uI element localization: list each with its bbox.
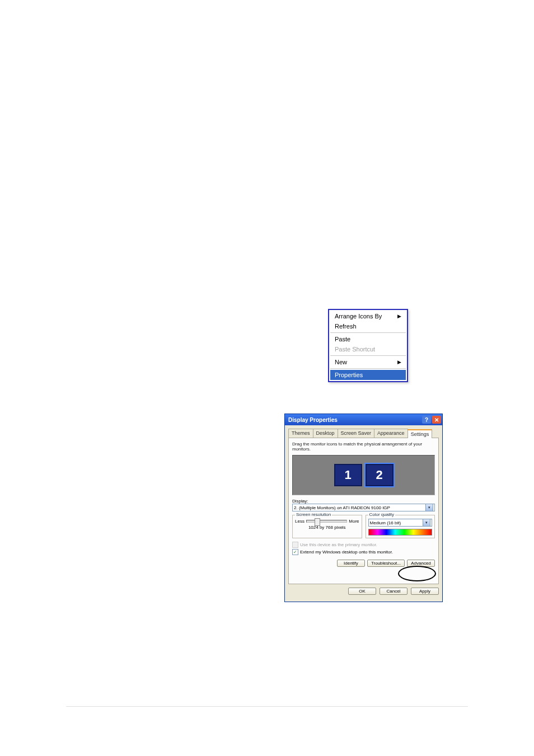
menu-refresh[interactable]: Refresh (330, 321, 406, 331)
submenu-arrow-icon: ▶ (397, 313, 401, 319)
slider-more-label: More (349, 519, 359, 524)
tab-label: Settings (411, 431, 429, 437)
resolution-slider[interactable]: Less More (295, 519, 359, 524)
checkbox-icon (292, 542, 298, 548)
help-icon: ? (425, 417, 428, 423)
chevron-down-icon: ▾ (423, 519, 430, 527)
group-title: Screen resolution (295, 512, 332, 517)
menu-paste-shortcut: Paste Shortcut (330, 344, 406, 354)
ok-button[interactable]: OK (348, 588, 376, 595)
button-label: Troubleshoot... (371, 561, 401, 566)
menu-separator (330, 368, 406, 369)
checkbox-label: Use this device as the primary monitor. (300, 542, 377, 547)
tab-screen-saver[interactable]: Screen Saver (338, 429, 375, 438)
display-properties-dialog: Display Properties ? ✕ Themes Desktop Sc… (284, 414, 443, 602)
menu-item-label: Paste Shortcut (335, 346, 375, 353)
screen-resolution-group: Screen resolution Less More 1024 by 768 … (292, 515, 362, 538)
button-label: Advanced (411, 561, 431, 566)
menu-separator (330, 332, 406, 333)
display-select[interactable]: 2. (Multiple Monitors) on ATI RADEON 910… (292, 504, 435, 511)
annotation-circle (398, 566, 436, 581)
menu-paste[interactable]: Paste (330, 334, 406, 344)
monitor-number: 2 (376, 468, 382, 482)
menu-arrange-icons[interactable]: Arrange Icons By ▶ (330, 311, 406, 321)
tab-themes[interactable]: Themes (288, 429, 313, 438)
menu-item-label: Arrange Icons By (335, 313, 382, 320)
monitor-2[interactable]: 2 (366, 464, 394, 486)
chevron-down-icon: ▾ (425, 504, 433, 511)
submenu-arrow-icon: ▶ (397, 359, 401, 365)
menu-item-label: Refresh (335, 323, 357, 330)
menu-new[interactable]: New ▶ (330, 357, 406, 367)
checkbox-icon[interactable]: ✓ (292, 549, 298, 555)
titlebar-close-button[interactable]: ✕ (432, 416, 441, 424)
checkbox-label: Extend my Windows desktop onto this moni… (300, 550, 393, 555)
primary-monitor-checkbox-row: Use this device as the primary monitor. (292, 542, 435, 548)
tab-label: Screen Saver (341, 430, 372, 436)
titlebar-help-button[interactable]: ? (422, 416, 431, 424)
dialog-title: Display Properties (288, 417, 338, 423)
color-spectrum-bar (368, 529, 433, 536)
slider-less-label: Less (295, 519, 305, 524)
instruction-text: Drag the monitor icons to match the phys… (292, 442, 435, 452)
tab-label: Themes (292, 430, 310, 436)
slider-track[interactable] (306, 520, 347, 523)
tab-desktop[interactable]: Desktop (313, 429, 338, 438)
menu-item-label: Paste (335, 336, 350, 342)
display-value: 2. (Multiple Monitors) on ATI RADEON 910… (294, 505, 390, 510)
menu-properties[interactable]: Properties (330, 370, 406, 380)
close-icon: ✕ (434, 417, 439, 423)
desktop-context-menu: Arrange Icons By ▶ Refresh Paste Paste S… (328, 309, 408, 382)
tab-settings[interactable]: Settings (407, 429, 433, 438)
menu-item-label: Properties (335, 372, 363, 378)
check-mark-icon: ✓ (293, 550, 297, 555)
button-label: Cancel (387, 589, 401, 594)
button-label: Identify (344, 561, 358, 566)
page-footer-divider (66, 706, 468, 707)
menu-separator (330, 355, 406, 356)
monitor-number: 1 (344, 468, 351, 482)
tab-strip: Themes Desktop Screen Saver Appearance S… (288, 429, 439, 438)
button-label: OK (359, 589, 366, 594)
color-quality-group: Color quality Medium (16 bit) ▾ (366, 515, 435, 538)
dialog-titlebar[interactable]: Display Properties ? ✕ (285, 414, 442, 425)
extend-desktop-checkbox-row[interactable]: ✓ Extend my Windows desktop onto this mo… (292, 549, 435, 555)
troubleshoot-button[interactable]: Troubleshoot... (367, 560, 405, 567)
tab-label: Desktop (316, 430, 335, 436)
tab-label: Appearance (377, 430, 405, 436)
resolution-value: 1024 by 768 pixels (295, 525, 359, 530)
identify-button[interactable]: Identify (337, 560, 365, 567)
tab-appearance[interactable]: Appearance (374, 429, 408, 438)
apply-button[interactable]: Apply (411, 588, 439, 595)
settings-tab-panel: Drag the monitor icons to match the phys… (288, 438, 439, 584)
group-title: Color quality (368, 512, 395, 517)
button-label: Apply (419, 589, 430, 594)
monitor-1[interactable]: 1 (334, 464, 362, 486)
color-quality-value: Medium (16 bit) (370, 520, 401, 525)
monitor-arrangement-area[interactable]: 1 2 (292, 455, 435, 495)
display-label: Display: (292, 499, 435, 504)
color-quality-select[interactable]: Medium (16 bit) ▾ (368, 519, 433, 527)
cancel-button[interactable]: Cancel (380, 588, 407, 595)
advanced-button[interactable]: Advanced (407, 560, 435, 567)
slider-thumb[interactable] (315, 518, 320, 526)
menu-item-label: New (335, 359, 347, 365)
